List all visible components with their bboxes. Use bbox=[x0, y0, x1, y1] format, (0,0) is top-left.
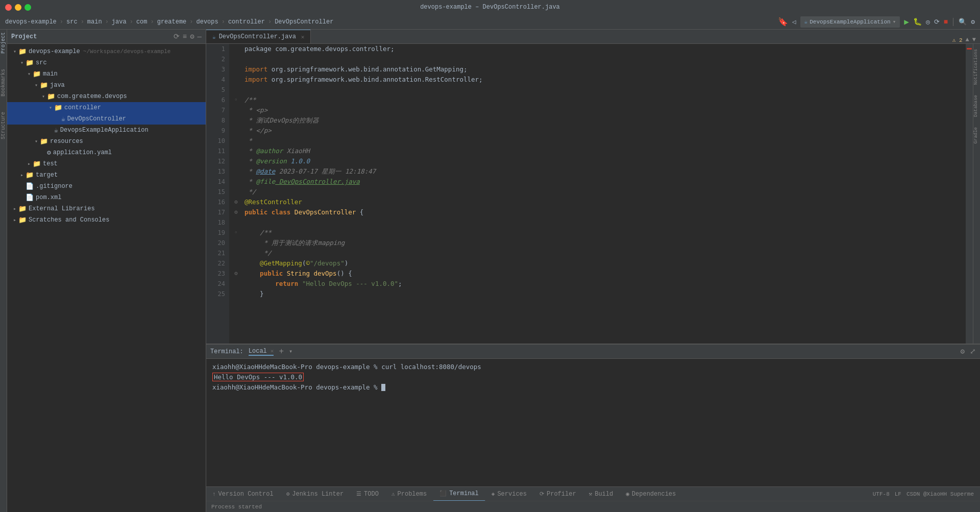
bottom-tab-profiler[interactable]: ⟳Profiler bbox=[533, 487, 583, 501]
breadcrumb-com[interactable]: com bbox=[136, 18, 148, 26]
terminal-content[interactable]: xiaohh@XiaoHHdeMacBook-Pro devops-exampl… bbox=[206, 359, 980, 486]
tree-item-java[interactable]: ▾📁java bbox=[7, 80, 206, 91]
gutter-icon-6[interactable]: ◦ bbox=[234, 95, 244, 105]
tree-item-devopscontroller[interactable]: ☕DevOpsController bbox=[7, 113, 206, 125]
bottom-tab-problems[interactable]: ⚠Problems bbox=[385, 487, 433, 501]
sidebar-label-structure[interactable]: Structure bbox=[1, 112, 6, 139]
database-icon[interactable]: Database bbox=[973, 95, 981, 117]
tab-close-icon[interactable]: ✕ bbox=[301, 34, 305, 40]
bottom-tab-label-5: Terminal bbox=[449, 490, 479, 497]
gutter-icon-23[interactable]: ⚙ bbox=[234, 269, 244, 279]
error-marker bbox=[967, 48, 972, 50]
code-line-15: */ bbox=[234, 187, 966, 197]
close-button[interactable] bbox=[5, 4, 12, 11]
scroll-up-icon[interactable]: ▲ bbox=[966, 36, 969, 43]
code-line-18 bbox=[234, 217, 966, 228]
line-number-19: 19 bbox=[206, 228, 225, 238]
coverage-button[interactable]: ◎ bbox=[926, 18, 930, 26]
bottom-tab-jenkins-linter[interactable]: ⚙Jenkins Linter bbox=[280, 487, 350, 501]
terminal-settings-icon[interactable]: ⚙ bbox=[961, 347, 965, 356]
project-header: Project ⟳ ≡ ⚙ — bbox=[7, 30, 206, 44]
bookmark-icon[interactable]: 🔖 bbox=[778, 17, 788, 27]
project-tree: ▾📁devops-example~/Workspace/devops-examp… bbox=[7, 44, 206, 512]
maximize-button[interactable] bbox=[24, 4, 31, 11]
sidebar-label-bookmarks[interactable]: Bookmarks bbox=[1, 69, 6, 96]
breadcrumb-controller[interactable]: controller bbox=[228, 18, 265, 26]
minimize-panel-icon[interactable]: — bbox=[198, 33, 202, 41]
tree-item-main[interactable]: ▾📁main bbox=[7, 68, 206, 80]
bottom-tab-services[interactable]: ◈Services bbox=[485, 487, 533, 501]
tree-item-external-libraries[interactable]: ▸📁External Libraries bbox=[7, 203, 206, 214]
gradle-icon[interactable]: Gradle bbox=[973, 127, 981, 143]
sidebar-label-project[interactable]: Project bbox=[1, 32, 6, 54]
terminal-maximize-icon[interactable]: ⤢ bbox=[970, 347, 976, 356]
tree-item-target[interactable]: ▸📁target bbox=[7, 169, 206, 181]
back-icon[interactable]: ◁ bbox=[792, 18, 796, 26]
scroll-down-icon[interactable]: ▼ bbox=[972, 36, 976, 43]
breadcrumb-java[interactable]: java bbox=[112, 18, 127, 26]
breadcrumb-devops[interactable]: devops bbox=[197, 18, 218, 26]
tree-item-devopsexampleapplication[interactable]: ☕DevopsExampleApplication bbox=[7, 125, 206, 136]
tree-item-application-yaml[interactable]: ⚙application.yaml bbox=[7, 147, 206, 158]
bottom-tab-terminal[interactable]: ⬛Terminal bbox=[433, 487, 485, 501]
tree-file-icon: 📁 bbox=[18, 47, 27, 56]
terminal-tab-local[interactable]: Local ✕ bbox=[249, 348, 274, 356]
breadcrumb-devops-example[interactable]: devops-example bbox=[5, 18, 57, 26]
tab-devopscontroller[interactable]: ☕ DevOpsController.java ✕ bbox=[206, 30, 311, 43]
stop-button[interactable]: ■ bbox=[944, 18, 948, 26]
profile-button[interactable]: ⟳ bbox=[934, 18, 940, 26]
tree-item--gitignore[interactable]: 📄.gitignore bbox=[7, 181, 206, 192]
tree-item-src[interactable]: ▾📁src bbox=[7, 57, 206, 68]
tree-file-icon: 📁 bbox=[47, 92, 55, 101]
collapse-icon[interactable]: ≡ bbox=[183, 33, 187, 41]
tree-item-controller[interactable]: ▾📁controller bbox=[7, 102, 206, 113]
gutter-icon-17[interactable]: ⚙ bbox=[234, 207, 244, 217]
tree-item-com-greateme-devops[interactable]: ▾📁com.greateme.devops bbox=[7, 91, 206, 102]
run-config-selector[interactable]: ☕ DevopsExampleApplication ▾ bbox=[800, 16, 900, 28]
window-title: devops-example – DevOpsController.java bbox=[420, 4, 560, 11]
bottom-tab-label-6: Services bbox=[497, 491, 527, 498]
tree-item-resources[interactable]: ▾📁resources bbox=[7, 136, 206, 147]
bottom-tab-todo[interactable]: ☰TODO bbox=[350, 487, 385, 501]
breadcrumb-main[interactable]: main bbox=[87, 18, 102, 26]
tree-item-name: DevOpsController bbox=[67, 115, 126, 123]
status-bar: Process started bbox=[206, 501, 980, 512]
code-content[interactable]: package com.greateme.devops.controller;i… bbox=[229, 44, 966, 344]
warning-count[interactable]: ⚠ 2 bbox=[952, 37, 963, 43]
search-everywhere-button[interactable]: 🔍 bbox=[959, 18, 967, 26]
tree-arrow: ▾ bbox=[40, 93, 47, 100]
line-sep-label[interactable]: LF bbox=[895, 491, 901, 497]
terminal-add-tab-icon[interactable]: + bbox=[279, 347, 284, 356]
terminal-chevron-icon[interactable]: ▾ bbox=[289, 348, 292, 355]
bottom-tab-build[interactable]: ⚒Build bbox=[583, 487, 620, 501]
run-button[interactable]: ▶ bbox=[904, 17, 909, 27]
encoding-label[interactable]: UTF-8 bbox=[873, 491, 890, 497]
line-number-6: 6 bbox=[206, 95, 225, 105]
sync-icon[interactable]: ⟳ bbox=[174, 32, 180, 41]
code-text-17: public class DevOpsController { bbox=[244, 207, 966, 217]
gutter-icon-16[interactable]: ⚙ bbox=[234, 197, 244, 207]
bottom-tab-version-control[interactable]: ↑Version Control bbox=[206, 487, 280, 501]
tree-item-scratches-and-consoles[interactable]: ▸📁Scratches and Consoles bbox=[7, 214, 206, 226]
minimize-button[interactable] bbox=[15, 4, 21, 11]
breadcrumb-greateme[interactable]: greateme bbox=[157, 18, 187, 26]
tree-item-pom-xml[interactable]: 📄pom.xml bbox=[7, 192, 206, 203]
tree-arrow: ▾ bbox=[33, 82, 40, 88]
bottom-tab-dependencies[interactable]: ◉Dependencies bbox=[620, 487, 682, 501]
settings-button[interactable]: ⚙ bbox=[971, 18, 975, 26]
tree-arrow: ▾ bbox=[47, 105, 54, 111]
notifications-icon[interactable]: Notifications bbox=[973, 49, 981, 85]
breadcrumb-devopscontroller[interactable]: DevOpsController bbox=[275, 18, 333, 26]
breadcrumb-src[interactable]: src bbox=[66, 18, 78, 26]
gutter-icon-19[interactable]: ◦ bbox=[234, 228, 244, 238]
code-line-12: * @version 1.0.0 bbox=[234, 156, 966, 166]
debug-button[interactable]: 🐛 bbox=[913, 17, 922, 26]
terminal-cursor bbox=[381, 384, 385, 391]
tree-item-test[interactable]: ▸📁test bbox=[7, 158, 206, 169]
gear-icon[interactable]: ⚙ bbox=[190, 32, 194, 41]
tree-item-devops-example[interactable]: ▾📁devops-example~/Workspace/devops-examp… bbox=[7, 46, 206, 57]
toolbar-right: 🔖 ◁ ☕ DevopsExampleApplication ▾ ▶ 🐛 ◎ ⟳… bbox=[778, 16, 975, 28]
terminal-tab-close-icon[interactable]: ✕ bbox=[271, 348, 274, 354]
code-line-8: * 测试DevOps的控制器 bbox=[234, 115, 966, 126]
bottom-tabs: ↑Version Control⚙Jenkins Linter☰TODO⚠Pro… bbox=[206, 487, 682, 501]
